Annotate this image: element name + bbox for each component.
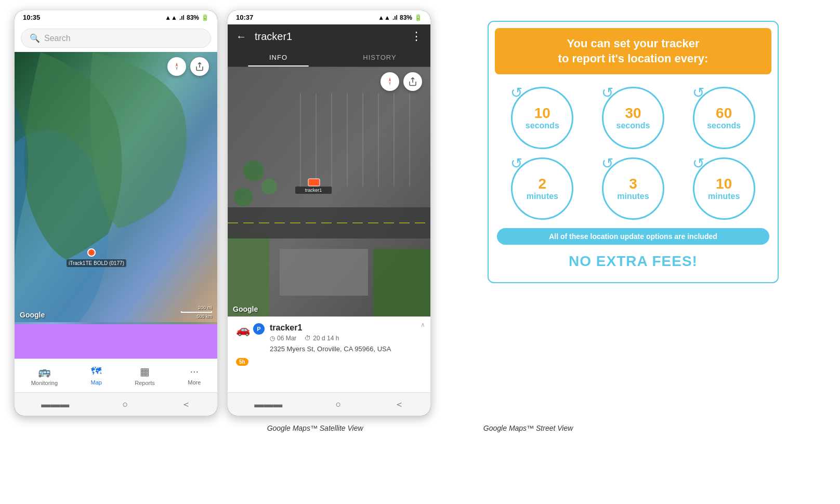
phone1-time: 10:35: [23, 14, 40, 21]
phone2-battery: 83%: [400, 14, 412, 21]
interval-60s: ↺ 60 seconds: [682, 87, 765, 149]
value-10s: 10: [534, 106, 550, 121]
value-2m: 2: [539, 177, 547, 191]
collapse-button[interactable]: ∧: [421, 321, 425, 328]
circle-10s: ↺ 10 seconds: [511, 87, 573, 149]
arrow-2m: ↺: [510, 155, 522, 172]
unit-30s: seconds: [616, 121, 650, 130]
circle-60s: ↺ 60 seconds: [693, 87, 755, 149]
compass2-icon[interactable]: [380, 72, 399, 91]
phone1-status-right: ▲▲ .ıl 83% 🔋: [165, 14, 209, 21]
arrow-3m: ↺: [601, 155, 613, 172]
app-tabs: INFO HISTORY: [228, 48, 430, 67]
arrow-10s: ↺: [510, 84, 522, 101]
no-fees-bar: All of these location update options are…: [497, 228, 769, 245]
svg-rect-7: [280, 249, 368, 296]
unit-2m: minutes: [527, 191, 558, 201]
share-icon[interactable]: [190, 57, 209, 76]
google-logo-left: Google: [20, 311, 45, 319]
phone2-status-bar: 10:37 ▲▲ .ıl 83% 🔋: [228, 10, 430, 24]
scale-line: [181, 311, 212, 313]
nav-map[interactable]: 🗺 Map: [84, 363, 108, 388]
tab-info-label: INFO: [269, 54, 287, 61]
circle-2m: ↺ 2 minutes: [511, 157, 573, 220]
phone2-back[interactable]: ＜: [395, 398, 404, 410]
reports-icon: ▦: [140, 365, 150, 378]
phone2-home[interactable]: ○: [336, 399, 342, 410]
tracker-name: tracker1: [270, 323, 302, 333]
nav-monitoring-label: Monitoring: [31, 380, 58, 386]
scale-200mi: 200 mi: [198, 305, 212, 310]
search-bar[interactable]: 🔍 Search: [21, 29, 211, 48]
duration-badge: 5h: [236, 358, 248, 366]
interval-10m: ↺ 10 minutes: [682, 157, 765, 220]
date-value: 06 Mar: [277, 335, 296, 342]
value-60s: 60: [716, 106, 732, 121]
tracker-name-row: tracker1: [270, 323, 422, 333]
monitoring-icon: 🚌: [38, 365, 51, 378]
unit-60s: seconds: [707, 121, 741, 130]
svg-marker-25: [389, 82, 391, 86]
phone2-recents[interactable]: ▬▬▬: [254, 399, 282, 410]
compass-icon[interactable]: [167, 57, 186, 76]
street-map-svg: tracker1: [228, 67, 430, 316]
nav-reports-label: Reports: [135, 380, 155, 386]
nav-map-label: Map: [90, 379, 101, 386]
scale-500km: 500 km: [196, 314, 212, 319]
intervals-grid-row2: ↺ 2 minutes ↺ 3 minutes ↺: [489, 153, 778, 224]
tab-history[interactable]: HISTORY: [329, 48, 430, 67]
tracker-meta: ◷ 06 Mar ⏱ 20 d 14 h: [270, 335, 422, 342]
more-menu-button[interactable]: ⋮: [411, 30, 422, 43]
svg-rect-18: [308, 179, 320, 186]
android-home[interactable]: ○: [123, 399, 128, 410]
street-map: tracker1 Google: [228, 67, 430, 316]
back-button[interactable]: ←: [236, 31, 246, 43]
unit-10m: minutes: [708, 191, 740, 201]
phone1-status-bar: 10:35 ▲▲ .ıl 83% 🔋: [15, 10, 217, 24]
right-panel: You can set your trackerto report it's l…: [441, 10, 825, 374]
tracker-pin: [87, 248, 96, 257]
tracker-info-panel: ∧ 🚗 P tracker1 ◷ 06 Mar: [228, 316, 430, 392]
search-bar-area[interactable]: 🔍 Search: [15, 24, 217, 52]
svg-point-23: [234, 188, 253, 206]
scale-bar: 200 mi 500 km: [181, 305, 212, 319]
value-30s: 30: [625, 106, 641, 121]
more-icon: ···: [190, 365, 199, 377]
caption-phone1: Google Maps™ Satellite View: [267, 424, 363, 432]
phone1-battery: 83%: [187, 14, 199, 21]
clock-icon: ◷: [270, 335, 275, 342]
phone2-network: .ıl: [392, 14, 398, 21]
phone1-mockup: 10:35 ▲▲ .ıl 83% 🔋 🔍 Search: [15, 10, 217, 416]
phone2-battery-icon: 🔋: [414, 14, 422, 21]
info-card-header: You can set your trackerto report it's l…: [495, 28, 771, 74]
nav-reports[interactable]: ▦ Reports: [128, 363, 161, 388]
svg-point-21: [243, 161, 264, 181]
phone2-mockup: 10:37 ▲▲ .ıl 83% 🔋 ← tracker1 ⋮ INFO HIS…: [228, 10, 430, 416]
android-recents[interactable]: ▬▬▬: [41, 399, 69, 410]
tab-info[interactable]: INFO: [228, 48, 329, 67]
no-extra-fees: NO EXTRA FEES!: [489, 249, 778, 272]
phone2-android-nav: ▬▬▬ ○ ＜: [228, 392, 430, 416]
android-nav-bar: ▬▬▬ ○ ＜: [15, 392, 217, 416]
share2-icon[interactable]: [403, 72, 422, 91]
circle-10m: ↺ 10 minutes: [693, 157, 755, 220]
satellite-map: iTrack1TE BOLD (0177) Google 200 mi 500 …: [15, 52, 217, 359]
main-container: 10:35 ▲▲ .ıl 83% 🔋 🔍 Search: [15, 10, 825, 416]
arrow-30s: ↺: [601, 84, 613, 101]
interval-2m: ↺ 2 minutes: [501, 157, 584, 220]
info-card: You can set your trackerto report it's l…: [488, 21, 779, 283]
info-card-title: You can set your trackerto report it's l…: [507, 36, 759, 66]
google-logo-right: Google: [233, 305, 258, 313]
duration-value: 20 d 14 h: [313, 335, 339, 342]
nav-more[interactable]: ··· More: [181, 363, 207, 388]
interval-3m: ↺ 3 minutes: [592, 157, 675, 220]
phone2-time: 10:37: [236, 14, 253, 21]
map-icon: 🗺: [91, 365, 101, 377]
nav-monitoring[interactable]: 🚌 Monitoring: [25, 363, 64, 388]
tab-history-label: HISTORY: [363, 54, 396, 61]
nav-more-label: More: [188, 379, 201, 386]
phone2-status-right: ▲▲ .ıl 83% 🔋: [378, 14, 422, 21]
value-3m: 3: [629, 177, 637, 191]
tracker-label: iTrack1TE BOLD (0177): [67, 259, 126, 267]
android-back[interactable]: ＜: [181, 398, 191, 410]
